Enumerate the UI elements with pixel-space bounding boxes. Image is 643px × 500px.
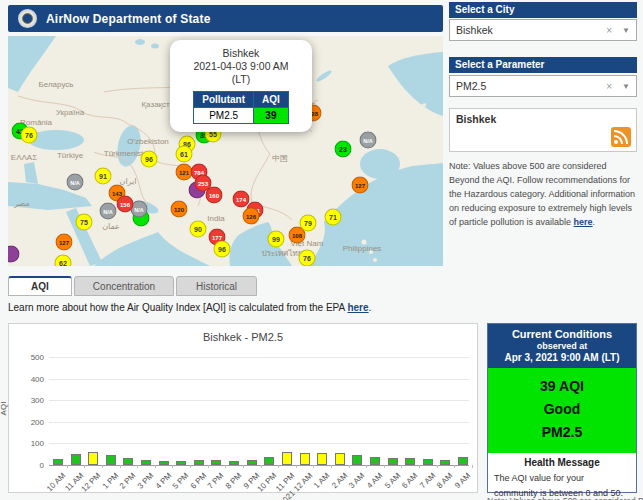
map-popup: Bishkek 2021-04-03 9:00 AM (LT) Pollutan… [170,40,312,132]
x-tick [137,465,138,468]
aqi-bar-chart: Bishkek - PM2.5 AQI 010020030040050010 A… [8,323,478,493]
app-title: AirNow Department of State [46,12,211,26]
note-here-link[interactable]: here [574,217,593,227]
aqi-marker[interactable]: 62 [55,255,72,267]
clear-city-icon[interactable]: × [606,25,612,36]
feed-city-label: Bishkek [456,113,496,125]
bar [335,453,345,465]
bar [71,454,81,465]
aqi-marker[interactable]: 76 [21,127,38,144]
x-tick [155,465,156,468]
popup-aqi-value: 39 [254,108,289,124]
aqi-marker[interactable]: 90 [190,221,207,238]
x-tick [454,465,455,468]
y-tick-label: 0 [9,461,44,470]
tab-aqi[interactable]: AQI [8,276,72,296]
bar [317,453,327,465]
gridline [49,379,469,380]
learn-more-text: Learn more about how the Air Quality Ind… [8,302,371,313]
epa-here-link[interactable]: here [347,302,368,313]
aqi-marker[interactable]: 23 [335,141,352,158]
x-tick [208,465,209,468]
x-tick [261,465,262,468]
map-place-label: ΕΛΛΑΣ [11,153,37,162]
bar [352,455,362,465]
y-tick-label: 100 [9,439,44,448]
aqi-marker[interactable]: 71 [325,209,342,226]
gridline [49,443,469,444]
x-tick [102,465,103,468]
aqi-marker[interactable]: 96 [141,151,158,168]
bar [458,457,468,465]
clear-parameter-icon[interactable]: × [606,81,612,92]
y-tick-label: 300 [9,396,44,405]
bar [194,460,204,465]
y-tick-label: 500 [9,353,44,362]
aqi-marker[interactable]: 126 [243,208,260,225]
chevron-down-icon[interactable]: ▼ [622,26,630,35]
clipped-note: Note: Values above 500 are considered Be… [487,496,643,500]
select-city-header: Select a City [449,2,637,18]
popup-timezone: (LT) [174,73,308,86]
bar [370,457,380,465]
map-place-label: Türkiye [57,151,83,160]
aqi-marker[interactable]: 127 [352,177,369,194]
aqi-marker[interactable]: 75 [76,214,93,231]
bar [141,460,151,465]
aqi-marker[interactable]: 61 [176,146,193,163]
x-tick [278,465,279,468]
gridline [49,357,469,358]
x-tick [67,465,68,468]
aqi-marker[interactable]: N/A [100,203,117,220]
aqi-marker[interactable]: 120 [171,201,188,218]
map-place-label: ประเทศไทย [262,247,303,260]
aqi-marker[interactable]: 76 [299,250,316,267]
x-tick [120,465,121,468]
parameter-select-value: PM2.5 [456,80,606,92]
aqi-marker[interactable]: 99 [268,231,285,248]
city-select[interactable]: Bishkek × ▼ [449,19,637,41]
aqi-marker[interactable]: 96 [214,241,231,258]
aqi-marker[interactable]: N/A [67,174,84,191]
bar [300,453,310,465]
gridline [49,400,469,401]
tab-historical[interactable]: Historical [176,276,257,296]
health-message: Health Message The AQI value for your co… [488,453,636,500]
chart-title: Bishkek - PM2.5 [9,331,477,343]
map-place-label: India [207,214,224,223]
aqi-category: Good [488,398,636,421]
x-tick [384,465,385,468]
x-tick [437,465,438,468]
x-tick [225,465,226,468]
chevron-down-icon[interactable]: ▼ [622,82,630,91]
observed-at-datetime: Apr 3, 2021 9:00 AM (LT) [490,352,634,363]
aqi-pollutant: PM2.5 [488,421,636,444]
dos-seal-logo [18,9,37,28]
aqi-marker[interactable]: N/A [360,132,377,149]
aqi-marker[interactable]: 160 [206,187,223,204]
aqi-marker[interactable]: 79 [300,215,317,232]
parameter-select[interactable]: PM2.5 × ▼ [449,75,637,97]
popup-table: Pollutant AQI PM2.5 39 [193,91,289,124]
aqi-marker[interactable]: 156 [117,196,134,213]
bar [388,458,398,465]
tab-concentration[interactable]: Concentration [74,276,174,296]
bar [282,452,292,465]
tab-bar: AQIConcentrationHistorical [8,276,259,296]
bar [53,459,63,465]
current-conditions-panel: Current Conditions observed at Apr 3, 20… [487,323,637,493]
map-place-label: Беларусь [39,80,74,89]
x-axis-line [49,465,469,466]
aqi-marker[interactable]: 91 [95,168,112,185]
x-tick [349,465,350,468]
aqi-summary-box: 39 AQI Good PM2.5 [488,368,636,453]
x-tick [313,465,314,468]
select-parameter-header: Select a Parameter [449,57,637,73]
rss-icon[interactable] [611,127,631,147]
bar [123,458,133,465]
x-tick [419,465,420,468]
bar [247,460,257,465]
sidebar-note: Note: Values above 500 are considered Be… [449,160,639,230]
aqi-marker[interactable]: 127 [56,234,73,251]
x-tick [401,465,402,468]
